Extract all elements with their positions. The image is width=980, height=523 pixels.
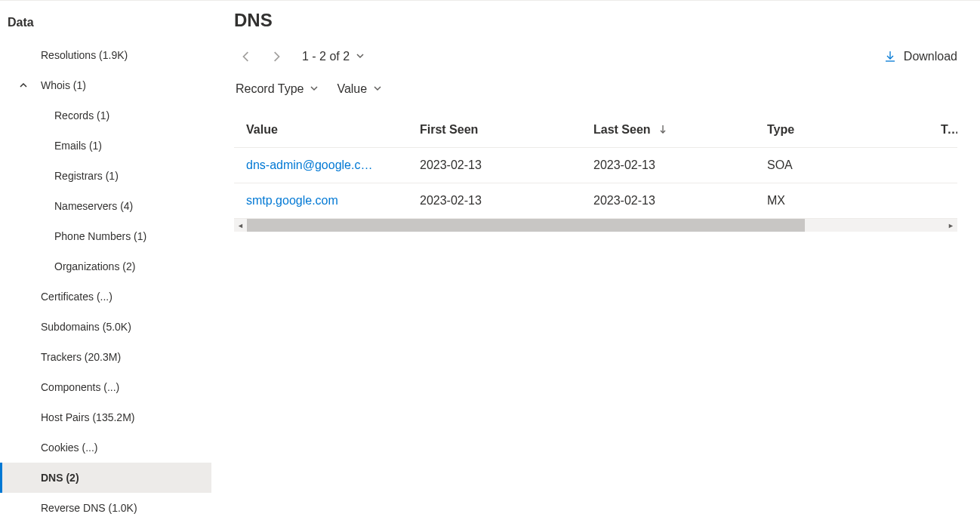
cell-last-seen: 2023-02-13	[581, 148, 755, 183]
sidebar-item-resolutions[interactable]: Resolutions (1.9K)	[0, 40, 211, 70]
sidebar-item-reverse-dns[interactable]: Reverse DNS (1.0K)	[0, 493, 211, 523]
pager-range-dropdown[interactable]: 1 - 2 of 2	[302, 50, 365, 63]
cell-first-seen: 2023-02-13	[408, 148, 581, 183]
sidebar-item-label: Certificates (...)	[41, 291, 112, 303]
sidebar-item-label: Records (1)	[54, 109, 109, 122]
sidebar-item-label: Cookies (...)	[41, 441, 97, 454]
sidebar-item-phone-numbers[interactable]: Phone Numbers (1)	[0, 221, 211, 251]
sidebar-item-components[interactable]: Components (...)	[0, 372, 211, 402]
cell-tags	[929, 183, 957, 219]
sidebar-title: Data	[0, 13, 211, 40]
scroll-right-arrow[interactable]: ►	[945, 219, 957, 232]
filter-label: Value	[337, 82, 367, 96]
filter-label: Record Type	[236, 82, 304, 96]
table-row[interactable]: dns-admin@google.c… 2023-02-13 2023-02-1…	[234, 148, 957, 183]
pager-prev-button[interactable]	[234, 45, 258, 69]
sidebar-item-label: Components (...)	[41, 381, 119, 393]
download-label: Download	[904, 50, 957, 63]
sidebar-item-cookies[interactable]: Cookies (...)	[0, 432, 211, 463]
horizontal-scrollbar[interactable]: ◄ ►	[234, 219, 957, 232]
column-header-first-seen[interactable]: First Seen	[408, 112, 581, 148]
value-link[interactable]: dns-admin@google.c…	[246, 158, 372, 171]
sidebar-item-emails[interactable]: Emails (1)	[0, 131, 211, 161]
chevron-up-icon	[17, 81, 30, 90]
main-content: DNS 1 - 2 of 2	[211, 1, 980, 523]
sidebar-item-label: DNS (2)	[41, 472, 79, 484]
sidebar-item-label: Subdomains (5.0K)	[41, 321, 131, 333]
sidebar-item-nameservers[interactable]: Nameservers (4)	[0, 191, 211, 221]
column-header-last-seen[interactable]: Last Seen	[581, 112, 755, 148]
sidebar-item-label: Whois (1)	[41, 79, 86, 91]
sidebar-item-trackers[interactable]: Trackers (20.3M)	[0, 342, 211, 372]
table-header-row: Value First Seen Last Seen Type Tags	[234, 112, 957, 148]
table-container: Value First Seen Last Seen Type Tags	[234, 112, 957, 232]
pager-range-text: 1 - 2 of 2	[302, 50, 350, 63]
column-header-value[interactable]: Value	[234, 112, 408, 148]
cell-type: MX	[755, 183, 929, 219]
cell-value: smtp.google.com	[234, 183, 408, 219]
column-header-type[interactable]: Type	[755, 112, 929, 148]
chevron-down-icon	[310, 82, 319, 96]
value-link[interactable]: smtp.google.com	[246, 194, 338, 207]
filter-bar: Record Type Value	[234, 82, 957, 96]
filter-value[interactable]: Value	[337, 82, 382, 96]
filter-record-type[interactable]: Record Type	[236, 82, 319, 96]
sidebar-item-label: Reverse DNS (1.0K)	[41, 502, 137, 514]
sidebar-item-label: Nameservers (4)	[54, 200, 133, 212]
cell-type: SOA	[755, 148, 929, 183]
download-button[interactable]: Download	[884, 50, 957, 63]
toolbar: 1 - 2 of 2 Download	[234, 45, 957, 69]
sidebar-item-certificates[interactable]: Certificates (...)	[0, 281, 211, 312]
sidebar-item-host-pairs[interactable]: Host Pairs (135.2M)	[0, 402, 211, 432]
scroll-left-arrow[interactable]: ◄	[234, 219, 247, 232]
sidebar-item-label: Resolutions (1.9K)	[41, 49, 128, 61]
sidebar-nav: Resolutions (1.9K) Whois (1) Records (1)…	[0, 40, 211, 523]
sort-descending-icon	[658, 125, 667, 134]
table-row[interactable]: smtp.google.com 2023-02-13 2023-02-13 MX	[234, 183, 957, 219]
chevron-down-icon	[356, 50, 365, 63]
dns-table: Value First Seen Last Seen Type Tags	[234, 112, 957, 219]
sidebar-item-label: Emails (1)	[54, 140, 102, 152]
column-header-tags[interactable]: Tags	[929, 112, 957, 148]
pager: 1 - 2 of 2	[234, 45, 365, 69]
sidebar: Data Resolutions (1.9K) Whois (1) Record…	[0, 1, 211, 523]
page-title: DNS	[234, 10, 957, 31]
scroll-thumb[interactable]	[247, 219, 805, 232]
cell-last-seen: 2023-02-13	[581, 183, 755, 219]
sidebar-item-whois[interactable]: Whois (1)	[0, 70, 211, 100]
sidebar-item-label: Registrars (1)	[54, 170, 119, 182]
download-icon	[884, 51, 896, 63]
sidebar-item-label: Trackers (20.3M)	[41, 351, 121, 363]
sidebar-item-subdomains[interactable]: Subdomains (5.0K)	[0, 312, 211, 342]
sidebar-item-registrars[interactable]: Registrars (1)	[0, 161, 211, 191]
cell-first-seen: 2023-02-13	[408, 183, 581, 219]
sidebar-item-label: Organizations (2)	[54, 260, 135, 272]
sidebar-item-dns[interactable]: DNS (2)	[0, 463, 211, 493]
cell-tags	[929, 148, 957, 183]
chevron-down-icon	[373, 82, 382, 96]
sidebar-item-organizations[interactable]: Organizations (2)	[0, 251, 211, 281]
pager-next-button[interactable]	[264, 45, 288, 69]
scroll-track[interactable]	[247, 219, 945, 232]
sidebar-item-label: Phone Numbers (1)	[54, 230, 146, 242]
sidebar-item-label: Host Pairs (135.2M)	[41, 411, 134, 423]
sidebar-item-records[interactable]: Records (1)	[0, 100, 211, 131]
cell-value: dns-admin@google.c…	[234, 148, 408, 183]
